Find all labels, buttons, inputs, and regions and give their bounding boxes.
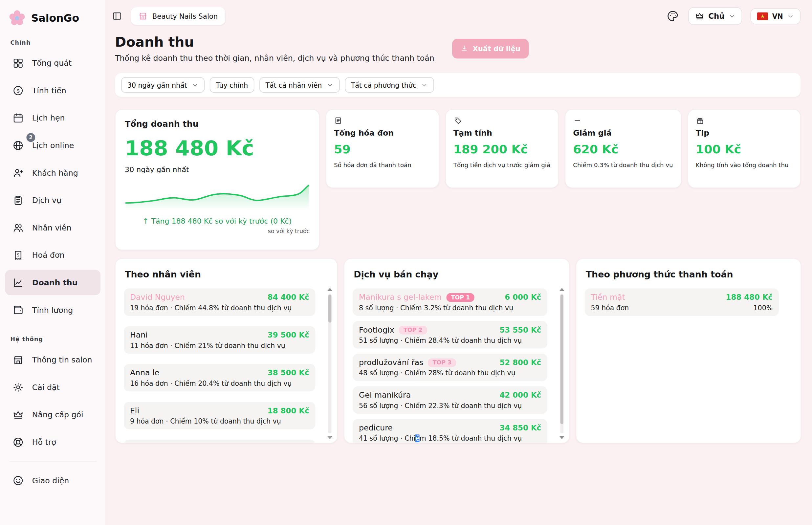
- sidebar-item-invoices[interactable]: Hoá đơn: [5, 242, 101, 268]
- sidebar-item-theme[interactable]: Giao diện: [5, 467, 101, 493]
- sidebar-item-support[interactable]: Hỗ trợ: [5, 429, 101, 454]
- staff-scrollbar: [327, 288, 333, 439]
- salon-badge[interactable]: Beauty Nails Salon: [131, 7, 225, 25]
- language-menu-button[interactable]: ★ VN: [750, 8, 800, 24]
- top-rank-badge: TOP 3: [428, 358, 456, 367]
- service-name: Manikura s gel-lakem TOP 1: [359, 292, 475, 302]
- salon-badge-label: Beauty Nails Salon: [152, 12, 218, 20]
- page-title: Doanh thu: [115, 34, 434, 49]
- staff-row[interactable]: Anna le 38 500 Kč 16 hóa đơn · Chiếm 20.…: [124, 364, 316, 392]
- scrollbar-track[interactable]: [328, 294, 331, 433]
- main-content: Doanh thu Thống kê doanh thu theo thời g…: [106, 32, 812, 525]
- staff-caption: 16 hóa đơn · Chiếm 20.4% từ doanh thu dị…: [130, 379, 309, 387]
- filter-bar: 30 ngày gần nhất Tùy chỉnh Tất cả nhân v…: [115, 73, 800, 97]
- service-name: Gel manikúra: [359, 390, 411, 400]
- grid-icon: [13, 57, 24, 69]
- store-icon: [13, 354, 24, 365]
- sidebar-item-customers[interactable]: Khách hàng: [5, 160, 101, 185]
- sidebar-item-billing[interactable]: Tính tiền: [5, 78, 101, 103]
- staff-filter-select[interactable]: Tất cả nhân viên: [259, 77, 340, 93]
- globe-icon: [13, 139, 24, 151]
- online-count-badge: 2: [26, 133, 35, 142]
- service-name: Footlogix TOP 2: [359, 325, 427, 334]
- service-caption: 51 số lượng · Chiếm 28.4% từ doanh thu d…: [359, 336, 541, 344]
- card-title: Tổng hóa đơn: [334, 129, 431, 138]
- role-menu-button[interactable]: Chủ: [688, 7, 742, 25]
- minus-icon: [573, 117, 581, 125]
- topbar-actions: Chủ ★ VN: [665, 7, 800, 25]
- payment-method-filter-value: Tất cả phương thức: [351, 81, 416, 89]
- services-list: Manikura s gel-lakem TOP 1 6 000 Kč 8 số…: [352, 289, 561, 444]
- service-row[interactable]: Manikura s gel-lakem TOP 1 6 000 Kč 8 số…: [352, 289, 547, 316]
- revenue-trend: ↑ Tăng 188 480 Kč so với kỳ trước (0 Kč): [125, 217, 310, 225]
- sidebar-item-revenue[interactable]: Doanh thu: [5, 270, 101, 295]
- scroll-up-arrow[interactable]: [327, 288, 333, 291]
- sidebar-item-label: Nâng cấp gói: [32, 410, 84, 419]
- service-row[interactable]: pedicure 34 850 Kč 41 số lượng · Chiếm 1…: [352, 419, 547, 443]
- sidebar-item-services[interactable]: Dịch vụ: [5, 188, 101, 213]
- palette-icon: [666, 10, 679, 22]
- staff-name: David Nguyen: [130, 292, 185, 302]
- card-caption: Tổng tiền dịch vụ trước giảm giá: [453, 162, 550, 169]
- payment-row[interactable]: Tiền mặt 188 480 Kč 59 hóa đơn 100%: [585, 289, 779, 316]
- payments-panel-title: Theo phương thức thanh toán: [586, 269, 792, 280]
- card-value: 100 Kč: [696, 142, 792, 156]
- sidebar-item-overview[interactable]: Tổng quát: [5, 50, 101, 76]
- service-amount: 42 000 Kč: [499, 391, 541, 399]
- total-revenue-card: Tổng doanh thu 188 480 Kč 30 ngày gần nh…: [115, 109, 319, 250]
- service-amount: 6 000 Kč: [505, 293, 541, 301]
- revenue-sparkline-chart: [125, 179, 310, 211]
- custom-range-button[interactable]: Tùy chỉnh: [210, 77, 254, 93]
- total-invoices-card: Tổng hóa đơn 59 Số hóa đơn đã thanh toán: [326, 109, 439, 188]
- services-panel-title: Dịch vụ bán chạy: [354, 269, 561, 280]
- subtotal-card: Tạm tính 189 200 Kč Tổng tiền dịch vụ tr…: [445, 109, 558, 188]
- card-title: Giảm giá: [573, 129, 673, 138]
- sidebar-item-label: Doanh thu: [32, 278, 78, 287]
- scrollbar-thumb[interactable]: [328, 295, 331, 322]
- sidebar-item-label: Cài đặt: [32, 382, 60, 392]
- sidebar-item-label: Tổng quát: [32, 58, 72, 67]
- payment-method-name: Tiền mặt: [591, 292, 625, 302]
- export-data-button[interactable]: Xuất dữ liệu: [452, 39, 529, 58]
- card-value: 59: [334, 142, 431, 156]
- scroll-down-arrow[interactable]: [327, 436, 333, 439]
- card-caption: Không tính vào tổng doanh thu: [696, 162, 792, 169]
- app-name: SalonGo: [31, 12, 79, 24]
- sidebar-item-staff[interactable]: Nhân viên: [5, 215, 101, 240]
- top-rank-badge: TOP 2: [399, 325, 427, 334]
- services-panel: Dịch vụ bán chạy Manikura s gel-lakem TO…: [344, 258, 570, 443]
- sidebar-collapse-button[interactable]: [110, 9, 124, 22]
- sidebar-item-upgrade[interactable]: Nâng cấp gói: [5, 402, 101, 427]
- sidebar: SalonGo Chính Tổng quát Tính tiền Lịch h…: [0, 0, 106, 525]
- service-name: pedicure: [359, 423, 393, 432]
- scrollbar-track[interactable]: [560, 294, 563, 433]
- service-row[interactable]: prodlužování řas TOP 3 52 800 Kč 48 số l…: [352, 354, 547, 381]
- sidebar-item-appointments[interactable]: Lịch hẹn: [5, 105, 101, 130]
- payments-panel: Theo phương thức thanh toán Tiền mặt 188…: [576, 258, 801, 443]
- sidebar-item-salon-info[interactable]: Thông tin salon: [5, 347, 101, 372]
- service-row[interactable]: Footlogix TOP 2 53 550 Kč 51 số lượng · …: [352, 321, 547, 349]
- sidebar-item-payroll[interactable]: Tính lương: [5, 297, 101, 322]
- staff-row[interactable]: [124, 440, 316, 443]
- payment-amount: 188 480 Kč: [726, 293, 772, 301]
- scroll-down-arrow[interactable]: [559, 436, 565, 439]
- sidebar-item-online-booking[interactable]: 2 Lịch online: [5, 133, 101, 158]
- payment-method-filter-select[interactable]: Tất cả phương thức: [345, 77, 434, 93]
- staff-row[interactable]: Eli 18 800 Kč 9 hóa đơn · Chiếm 10% từ d…: [124, 402, 316, 430]
- services-scrollbar: [559, 288, 565, 439]
- period-select[interactable]: 30 ngày gần nhất: [121, 77, 205, 93]
- sidebar-item-settings[interactable]: Cài đặt: [5, 374, 101, 400]
- scroll-up-arrow[interactable]: [559, 288, 565, 291]
- staff-row[interactable]: Hani 39 500 Kč 11 hóa đơn · Chiếm 21% từ…: [124, 326, 316, 354]
- smiley-icon: [13, 475, 24, 486]
- scrollbar-thumb[interactable]: [560, 295, 563, 424]
- card-caption: Chiếm 0.3% từ doanh thu dịch vụ: [573, 162, 673, 169]
- staff-row[interactable]: David Nguyen 84 400 Kč 19 hóa đơn · Chiế…: [124, 289, 316, 316]
- service-caption: 56 số lượng · Chiếm 22.3% từ doanh thu d…: [359, 402, 541, 410]
- theme-palette-button[interactable]: [665, 9, 680, 23]
- total-revenue-value: 188 480 Kč: [125, 136, 310, 160]
- chevron-down-icon: [326, 81, 333, 88]
- service-row[interactable]: Gel manikúra 42 000 Kč 56 số lượng · Chi…: [352, 387, 547, 414]
- top-rank-badge: TOP 1: [446, 293, 475, 302]
- service-name: prodlužování řas TOP 3: [359, 358, 456, 367]
